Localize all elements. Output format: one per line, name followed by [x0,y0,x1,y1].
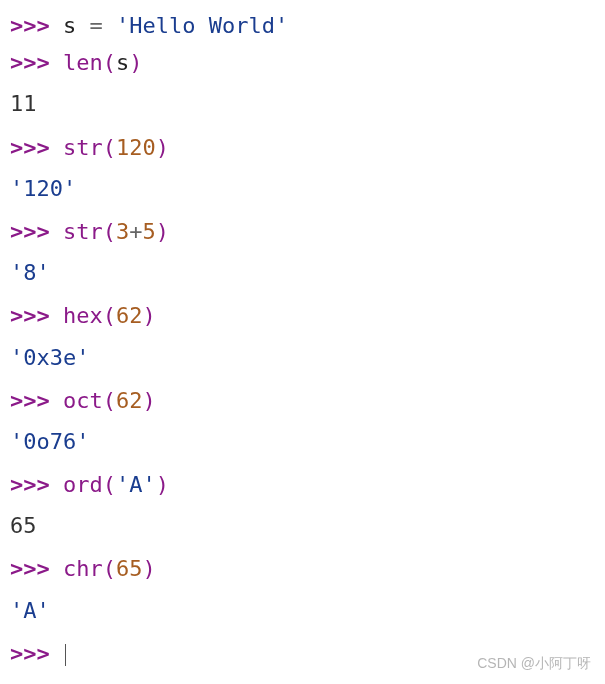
cursor-icon [65,644,66,666]
rparen: ) [142,303,155,328]
watermark: CSDN @小阿丁呀 [477,652,591,674]
prompt: >>> [10,50,63,75]
number: 5 [142,219,155,244]
number: 65 [116,556,143,581]
output-line-7: 65 [10,508,595,543]
rparen: ) [142,556,155,581]
code-line-2: >>> len(s) [10,45,595,80]
prompt: >>> [10,13,63,38]
output-value: '8' [10,260,50,285]
output-line-5: '0x3e' [10,340,595,375]
rparen: ) [142,388,155,413]
code-line-3: >>> str(120) [10,130,595,165]
prompt: >>> [10,303,63,328]
code-line-1: >>> s = 'Hello World' [10,8,595,43]
rparen: ) [129,50,142,75]
identifier: s [63,13,76,38]
code-line-6: >>> oct(62) [10,383,595,418]
string-literal: 'A' [116,472,156,497]
output-line-8: 'A' [10,593,595,628]
func-name: ord [63,472,103,497]
prompt: >>> [10,472,63,497]
code-line-5: >>> hex(62) [10,298,595,333]
func-name: str [63,219,103,244]
output-value: 'A' [10,598,50,623]
prompt: >>> [10,135,63,160]
lparen: ( [103,472,116,497]
string-literal: 'Hello World' [116,13,288,38]
code-line-8: >>> chr(65) [10,551,595,586]
lparen: ( [103,388,116,413]
rparen: ) [156,219,169,244]
output-value: '0o76' [10,429,89,454]
func-name: oct [63,388,103,413]
plus-op: + [129,219,142,244]
number: 3 [116,219,129,244]
output-line-6: '0o76' [10,424,595,459]
prompt: >>> [10,556,63,581]
code-line-7: >>> ord('A') [10,467,595,502]
prompt: >>> [10,388,63,413]
number: 62 [116,388,143,413]
rparen: ) [156,472,169,497]
output-line-4: '8' [10,255,595,290]
code-line-4: >>> str(3+5) [10,214,595,249]
arg: s [116,50,129,75]
prompt: >>> [10,641,63,666]
func-name: chr [63,556,103,581]
number: 62 [116,303,143,328]
number: 120 [116,135,156,160]
rparen: ) [156,135,169,160]
prompt: >>> [10,219,63,244]
lparen: ( [103,556,116,581]
func-name: len [63,50,103,75]
output-line-2: 11 [10,86,595,121]
lparen: ( [103,303,116,328]
func-name: hex [63,303,103,328]
lparen: ( [103,135,116,160]
equals-op: = [76,13,116,38]
output-value: 65 [10,513,37,538]
output-line-3: '120' [10,171,595,206]
output-value: '120' [10,176,76,201]
lparen: ( [103,219,116,244]
output-value: 11 [10,91,37,116]
lparen: ( [103,50,116,75]
output-value: '0x3e' [10,345,89,370]
func-name: str [63,135,103,160]
